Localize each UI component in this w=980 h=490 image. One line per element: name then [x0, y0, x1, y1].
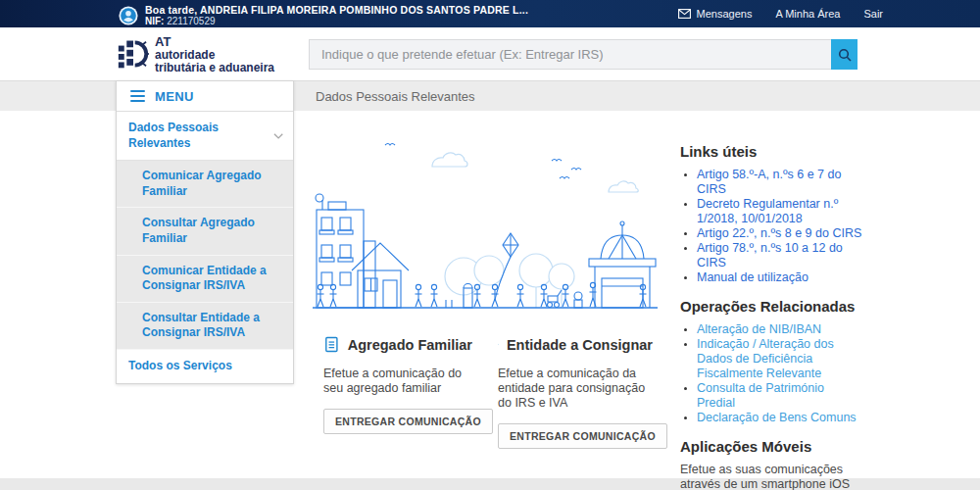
- search-icon: [838, 48, 852, 62]
- at-logo[interactable]: AT autoridade tributária e aduaneira: [118, 34, 274, 74]
- my-area-label: A Minha Área: [775, 8, 840, 20]
- header: AT autoridade tributária e aduaneira: [0, 27, 980, 80]
- logo-line2: tributária e aduaneira: [155, 62, 274, 74]
- useful-link[interactable]: Artigo 78.º, n.ºs 10 a 12 do CIRS: [697, 241, 864, 270]
- messages-link[interactable]: Mensagens: [678, 8, 753, 20]
- topbar-menu: Mensagens A Minha Área Sair: [678, 0, 883, 27]
- useful-links-title: Links úteis: [680, 143, 864, 160]
- logout-label: Sair: [863, 8, 883, 20]
- greeting-text: Boa tarde, ANDREIA FILIPA MOREIRA POMBIN…: [145, 4, 528, 16]
- nif-line: NIF: 221170529: [145, 16, 528, 27]
- related-operation-link[interactable]: Declaração de Bens Comuns: [697, 411, 864, 425]
- card-entidade-consignar: Entidade a Consignar Efetue a comunicaçã…: [498, 331, 653, 449]
- topbar: Boa tarde, ANDREIA FILIPA MOREIRA POMBIN…: [0, 0, 980, 27]
- entregar-comunicacao-entidade-button[interactable]: ENTREGAR COMUNICAÇÃO: [498, 423, 667, 449]
- document-icon: [498, 331, 499, 358]
- sidebar-item-comunicar-entidade[interactable]: Comunicar Entidade a Consignar IRS/IVA: [117, 256, 293, 303]
- useful-link[interactable]: Artigo 58.º-A, n.ºs 6 e 7 do CIRS: [697, 168, 864, 197]
- entregar-comunicacao-agregado-button[interactable]: ENTREGAR COMUNICAÇÃO: [323, 409, 493, 434]
- mobile-apps-title: Aplicações Móveis: [680, 438, 864, 455]
- useful-link[interactable]: Artigo 22.º, n.ºs 8 e 9 do CIRS: [697, 226, 864, 241]
- mobile-apps-description: Efetue as suas comunicações através de u…: [680, 463, 864, 490]
- useful-links-list: Artigo 58.º-A, n.ºs 6 e 7 do CIRS Decret…: [680, 168, 864, 285]
- at-logo-icon: [118, 34, 149, 74]
- sidebar-menu: MENU Dados Pessoais Relevantes Comunicar…: [116, 80, 294, 384]
- at-portal-page: Boa tarde, ANDREIA FILIPA MOREIRA POMBIN…: [0, 0, 980, 490]
- breadcrumb: Dados Pessoais Relevantes: [316, 81, 475, 112]
- card-title: Entidade a Consignar: [507, 337, 653, 353]
- chevron-down-icon: [273, 132, 283, 140]
- logout-link[interactable]: Sair: [863, 8, 883, 20]
- related-operation-link[interactable]: Consulta de Património Predial: [697, 381, 864, 411]
- card-title: Agregado Familiar: [348, 337, 472, 353]
- sidebar-item-consultar-entidade[interactable]: Consultar Entidade a Consignar IRS/IVA: [117, 303, 293, 350]
- card-agregado-familiar: Agregado Familiar Efetue a comunicação d…: [323, 331, 472, 434]
- sidebar-parent-label: Dados Pessoais Relevantes: [128, 121, 273, 151]
- sidebar-item-comunicar-agregado[interactable]: Comunicar Agregado Familiar: [117, 161, 293, 208]
- useful-link[interactable]: Decreto Regulamentar n.º 1/2018, 10/01/2…: [697, 197, 864, 226]
- related-operation-link[interactable]: Alteração de NIB/IBAN: [697, 322, 864, 337]
- nif-value: 221170529: [167, 16, 215, 26]
- related-operations-list: Alteração de NIB/IBAN Indicação / Altera…: [680, 322, 864, 425]
- sidebar-item-dados-pessoais-relevantes[interactable]: Dados Pessoais Relevantes: [117, 112, 293, 161]
- nif-label: NIF:: [145, 16, 164, 26]
- menu-toggle[interactable]: MENU: [117, 81, 293, 112]
- right-column: Links úteis Artigo 58.º-A, n.ºs 6 e 7 do…: [680, 143, 864, 490]
- search-bar: [309, 39, 858, 70]
- street-illustration: [309, 123, 662, 312]
- hamburger-icon: [130, 90, 145, 102]
- my-area-link[interactable]: A Minha Área: [775, 8, 840, 20]
- at-logo-text: AT autoridade tributária e aduaneira: [155, 34, 274, 74]
- sidebar-item-todos-servicos[interactable]: Todos os Serviços: [117, 350, 293, 383]
- menu-label: MENU: [155, 89, 194, 104]
- card-description: Efetue a comunicação da entidade para co…: [498, 367, 653, 411]
- useful-link[interactable]: Manual de utilização: [697, 270, 864, 285]
- card-description: Efetue a comunicação do seu agregado fam…: [323, 367, 472, 396]
- sidebar-item-consultar-agregado[interactable]: Consultar Agregado Familiar: [117, 208, 293, 255]
- logo-acronym: AT: [155, 35, 274, 49]
- document-icon: [323, 331, 340, 358]
- user-summary[interactable]: Boa tarde, ANDREIA FILIPA MOREIRA POMBIN…: [119, 4, 528, 27]
- messages-label: Mensagens: [697, 8, 753, 20]
- user-avatar-icon: [119, 6, 138, 25]
- envelope-icon: [678, 9, 691, 19]
- search-button[interactable]: [831, 39, 858, 70]
- related-operation-link[interactable]: Indicação / Alteração dos Dados de Defic…: [697, 337, 864, 381]
- search-input[interactable]: [309, 39, 831, 70]
- related-operations-title: Operações Relacionadas: [680, 298, 864, 315]
